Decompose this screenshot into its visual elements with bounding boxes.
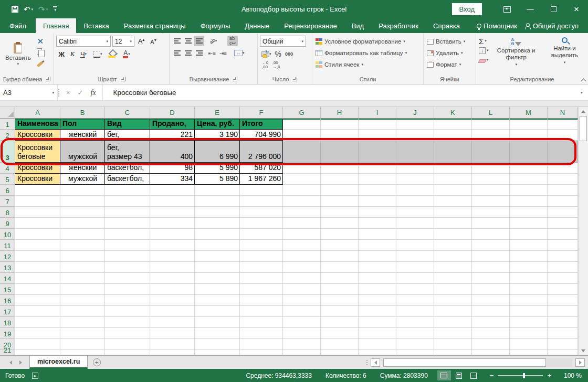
cell-G4[interactable] (283, 163, 321, 174)
cell-L21[interactable] (472, 350, 510, 355)
assistant-button[interactable]: Помощник (475, 22, 519, 30)
cell-G17[interactable] (283, 306, 321, 317)
cell-B14[interactable] (60, 273, 105, 284)
cell-I11[interactable] (359, 240, 396, 251)
cell-G13[interactable] (283, 262, 321, 273)
cell-L10[interactable] (472, 229, 510, 240)
cell-B19[interactable] (60, 328, 105, 339)
cell-A16[interactable] (15, 295, 60, 306)
tab-strip-resizer[interactable] (366, 359, 368, 366)
cell-K6[interactable] (434, 185, 472, 196)
cell-I7[interactable] (359, 196, 396, 207)
row-header-16[interactable]: 16 (0, 295, 15, 306)
cell-L1[interactable] (472, 119, 510, 130)
cell-L9[interactable] (472, 218, 510, 229)
cell-B7[interactable] (60, 196, 105, 207)
cell-G20[interactable] (283, 339, 321, 350)
cell-H20[interactable] (321, 339, 359, 350)
column-header-G[interactable]: G (283, 107, 321, 119)
cell-C14[interactable] (105, 273, 150, 284)
expand-formula-bar-button[interactable]: ▾ (575, 85, 588, 100)
cell-J15[interactable] (396, 284, 434, 295)
column-header-A[interactable]: A (15, 107, 60, 119)
cell-M7[interactable] (510, 196, 548, 207)
cell-D19[interactable] (150, 328, 195, 339)
cell-H13[interactable] (321, 262, 359, 273)
cell-I21[interactable] (359, 350, 396, 355)
cell-C2[interactable]: бег, (105, 130, 150, 141)
cell-H21[interactable] (321, 350, 359, 355)
clipboard-dialog-launcher[interactable] (46, 77, 50, 81)
ribbon-display-options-button[interactable] (496, 0, 519, 18)
row-header-5[interactable]: 5 (0, 174, 15, 185)
align-center-button[interactable] (183, 48, 193, 58)
cell-E7[interactable] (195, 196, 240, 207)
cell-J4[interactable] (396, 163, 434, 174)
column-header-E[interactable]: E (195, 107, 240, 119)
cell-M9[interactable] (510, 218, 548, 229)
cell-M19[interactable] (510, 328, 548, 339)
column-header-M[interactable]: M (510, 107, 548, 119)
cell-N14[interactable] (548, 273, 578, 284)
cell-H15[interactable] (321, 284, 359, 295)
cell-H14[interactable] (321, 273, 359, 284)
cell-A14[interactable] (15, 273, 60, 284)
cell-I19[interactable] (359, 328, 396, 339)
cell-D20[interactable] (150, 339, 195, 350)
cell-M15[interactable] (510, 284, 548, 295)
vertical-scrollbar[interactable] (578, 107, 588, 355)
cell-H5[interactable] (321, 174, 359, 185)
cell-K3[interactable] (434, 141, 472, 163)
zoom-slider[interactable] (498, 375, 543, 376)
cell-I14[interactable] (359, 273, 396, 284)
cell-F17[interactable] (240, 306, 283, 317)
page-break-view-button[interactable] (467, 370, 480, 380)
cell-M4[interactable] (510, 163, 548, 174)
cell-H10[interactable] (321, 229, 359, 240)
cell-F11[interactable] (240, 240, 283, 251)
cell-E11[interactable] (195, 240, 240, 251)
cell-D1[interactable]: Продано, (150, 119, 195, 130)
cell-K14[interactable] (434, 273, 472, 284)
cell-H2[interactable] (321, 130, 359, 141)
cell-C5[interactable]: баскетбол, (105, 174, 150, 185)
cell-N11[interactable] (548, 240, 578, 251)
cell-A2[interactable]: Кроссовки (15, 130, 60, 141)
cell-A18[interactable] (15, 317, 60, 328)
cell-E20[interactable] (195, 339, 240, 350)
cell-L7[interactable] (472, 196, 510, 207)
cell-C10[interactable] (105, 229, 150, 240)
cell-F14[interactable] (240, 273, 283, 284)
row-header-10[interactable]: 10 (0, 229, 15, 240)
cell-F16[interactable] (240, 295, 283, 306)
cell-G12[interactable] (283, 251, 321, 262)
tab-insert[interactable]: Вставка (76, 18, 116, 33)
align-middle-button[interactable] (183, 36, 193, 46)
cell-A4[interactable]: Кроссовки (15, 163, 60, 174)
cell-F5[interactable]: 1 967 260 (240, 174, 283, 185)
cell-M16[interactable] (510, 295, 548, 306)
percent-style-button[interactable]: % (273, 49, 284, 59)
cell-I5[interactable] (359, 174, 396, 185)
cell-D5[interactable]: 334 (150, 174, 195, 185)
cell-D18[interactable] (150, 317, 195, 328)
cell-I12[interactable] (359, 251, 396, 262)
cell-G1[interactable] (283, 119, 321, 130)
row-header-13[interactable]: 13 (0, 262, 15, 273)
cell-N6[interactable] (548, 185, 578, 196)
cell-K17[interactable] (434, 306, 472, 317)
delete-cells-button[interactable]: Удалить▾ (425, 47, 475, 59)
cell-C16[interactable] (105, 295, 150, 306)
horizontal-scroll-thumb[interactable] (383, 358, 546, 367)
cell-I13[interactable] (359, 262, 396, 273)
cell-B15[interactable] (60, 284, 105, 295)
cell-N9[interactable] (548, 218, 578, 229)
insert-function-button[interactable]: fx (91, 89, 96, 97)
maximize-button[interactable] (542, 0, 565, 18)
cell-H7[interactable] (321, 196, 359, 207)
scroll-down-button[interactable] (579, 346, 588, 355)
cell-H17[interactable] (321, 306, 359, 317)
cell-H12[interactable] (321, 251, 359, 262)
cell-L14[interactable] (472, 273, 510, 284)
cell-J16[interactable] (396, 295, 434, 306)
